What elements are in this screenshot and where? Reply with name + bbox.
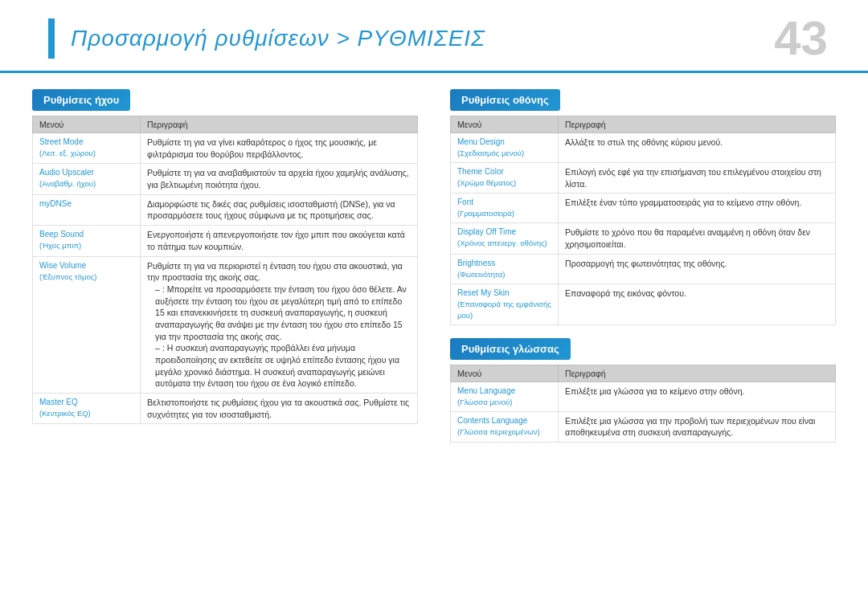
display-row: Font(Γραμματοσειρά)Επιλέξτε έναν τύπο γρ… — [451, 194, 836, 223]
language-menu-cell: Contents Language(Γλώσσα περιεχομένων) — [451, 411, 559, 442]
display-menu-sub: (Επαναφορά της εμφάνισής μου) — [457, 300, 551, 320]
display-menu-sub: (Φωτεινότητα) — [457, 270, 505, 279]
sound-col-desc: Περιγραφή — [141, 116, 418, 133]
language-col-desc: Περιγραφή — [559, 365, 836, 381]
sound-desc-cell: Ρυθμίστε τη για να περιοριστεί η ένταση … — [141, 256, 418, 394]
display-row: Theme Color(Χρώμα θέματος)Επιλογή ενός ε… — [451, 163, 836, 194]
language-section: Ρυθμίσεις γλώσσας Μενού Περιγραφή Menu L… — [450, 338, 836, 443]
display-desc-text: Επαναφορά της εικόνας φόντου. — [565, 288, 686, 298]
sound-menu-cell: Beep Sound(Ήχος μπιπ) — [33, 226, 141, 256]
sound-desc-text: Διαμορφώστε τις δικές σας ρυθμίσεις ισοσ… — [147, 199, 395, 221]
display-menu-link: Font — [457, 197, 551, 208]
sound-desc-cell: Ρυθμίστε τη για να αναβαθμιστούν τα αρχε… — [141, 164, 418, 194]
display-row: Reset My Skin(Επαναφορά της εμφάνισής μο… — [451, 284, 836, 324]
language-desc-text: Επιλέξτε μια γλώσσα για την προβολή των … — [565, 416, 815, 438]
language-menu-sub: (Γλώσσα μενού) — [457, 398, 512, 406]
language-menu-cell: Menu Language(Γλώσσα μενού) — [451, 381, 559, 411]
sound-menu-link: Wise Volume — [39, 260, 133, 271]
page-header: Προσαρμογή ρυθμίσεων > ΡΥΘΜΙΣΕΙΣ 43 — [0, 0, 868, 73]
display-desc-text: Προσαρμογή της φωτεινότητας της οθόνης. — [565, 259, 727, 268]
sound-row: Street Mode(Λειτ. εξ. χώρου)Ρυθμίστε τη … — [33, 133, 418, 164]
display-menu-link: Reset My Skin — [457, 288, 551, 299]
display-desc-cell: Επιλογή ενός εφέ για την επισήμανση του … — [559, 163, 836, 194]
sound-desc-cell: Ρυθμίστε τη για να γίνει καθαρότερος ο ή… — [141, 133, 418, 164]
sound-menu-sub: (Έξυπνος τόμος) — [39, 272, 96, 281]
display-desc-cell: Ρυθμίστε το χρόνο που θα παραμένει αναμμ… — [559, 223, 836, 254]
sound-row: Audio Upscaler(Αναβάθμ. ήχου)Ρυθμίστε τη… — [33, 164, 418, 194]
sound-desc-text: Ενεργοποιήστε ή απενεργοποιήστε τον ήχο … — [147, 230, 405, 251]
sound-menu-link: Master EQ — [39, 397, 133, 408]
display-table: Μενού Περιγραφή Menu Design(Σχεδιασμός μ… — [450, 116, 836, 325]
display-menu-cell: Display Off Time(Χρόνος απενεργ. οθόνης) — [451, 223, 559, 254]
sound-menu-link: Street Mode — [39, 137, 133, 148]
main-content: Ρυθμίσεις ήχου Μενού Περιγραφή Street Mo… — [0, 73, 868, 459]
display-section: Ρυθμίσεις οθόνης Μενού Περιγραφή Menu De… — [450, 89, 836, 325]
language-menu-link: Menu Language — [457, 386, 551, 397]
display-menu-link: Brightness — [457, 258, 551, 269]
page-title: Προσαρμογή ρυθμίσεων > ΡΥΘΜΙΣΕΙΣ — [71, 26, 485, 51]
sound-row: Master EQ(Κεντρικός EQ)Βελτιστοποιήστε τ… — [33, 394, 418, 424]
display-col-menu: Μενού — [451, 116, 559, 133]
display-row: Brightness(Φωτεινότητα)Προσαρμογή της φω… — [451, 254, 836, 284]
page-number: 43 — [774, 14, 828, 63]
display-menu-cell: Reset My Skin(Επαναφορά της εμφάνισής μο… — [451, 284, 559, 324]
sound-row: Beep Sound(Ήχος μπιπ)Ενεργοποιήστε ή απε… — [33, 226, 418, 256]
display-menu-link: Display Off Time — [457, 226, 551, 238]
display-menu-cell: Menu Design(Σχεδιασμός μενού) — [451, 133, 559, 163]
display-menu-link: Theme Color — [457, 166, 551, 177]
sound-menu-cell: Master EQ(Κεντρικός EQ) — [33, 394, 141, 424]
sound-bullet: : Η συσκευή αναπαραγωγής προβάλλει ένα μ… — [155, 342, 411, 390]
display-row: Menu Design(Σχεδιασμός μενού)Αλλάξτε το … — [451, 133, 836, 163]
sound-row: myDNSeΔιαμορφώστε τις δικές σας ρυθμίσει… — [33, 194, 418, 225]
sound-table: Μενού Περιγραφή Street Mode(Λειτ. εξ. χώ… — [32, 116, 418, 424]
language-col-menu: Μενού — [451, 365, 559, 381]
sound-desc-cell: Ενεργοποιήστε ή απενεργοποιήστε τον ήχο … — [141, 226, 418, 256]
sound-section-title: Ρυθμίσεις ήχου — [32, 89, 130, 111]
display-menu-sub: (Γραμματοσειρά) — [457, 209, 514, 218]
sound-desc-cell: Βελτιστοποιήστε τις ρυθμίσεις ήχου για τ… — [141, 394, 418, 424]
sound-desc-text: Βελτιστοποιήστε τις ρυθμίσεις ήχου για τ… — [147, 398, 409, 419]
display-section-title: Ρυθμίσεις οθόνης — [450, 89, 560, 111]
sound-menu-link: Audio Upscaler — [39, 167, 133, 178]
display-desc-cell: Προσαρμογή της φωτεινότητας της οθόνης. — [559, 254, 836, 284]
display-desc-cell: Επαναφορά της εικόνας φόντου. — [559, 284, 836, 324]
language-table: Μενού Περιγραφή Menu Language(Γλώσσα μεν… — [450, 365, 836, 443]
sound-menu-link: myDNSe — [39, 198, 133, 210]
sound-menu-sub: (Αναβάθμ. ήχου) — [39, 179, 96, 188]
display-menu-sub: (Χρώμα θέματος) — [457, 178, 516, 187]
sound-desc-text: Ρυθμίστε τη για να περιοριστεί η ένταση … — [147, 261, 403, 283]
display-menu-cell: Font(Γραμματοσειρά) — [451, 194, 559, 223]
language-menu-link: Contents Language — [457, 415, 551, 426]
sound-menu-sub: (Κεντρικός EQ) — [39, 409, 91, 418]
sound-col-menu: Μενού — [33, 116, 141, 133]
sound-desc-cell: Διαμορφώστε τις δικές σας ρυθμίσεις ισοσ… — [141, 194, 418, 225]
sound-section: Ρυθμίσεις ήχου Μενού Περιγραφή Street Mo… — [32, 89, 418, 443]
display-desc-text: Επιλέξτε έναν τύπο γραμματοσειράς για το… — [565, 198, 801, 207]
blue-bar-decoration — [48, 18, 55, 59]
display-menu-cell: Theme Color(Χρώμα θέματος) — [451, 163, 559, 194]
display-menu-sub: (Σχεδιασμός μενού) — [457, 149, 524, 157]
language-section-title: Ρυθμίσεις γλώσσας — [450, 338, 571, 360]
sound-row: Wise Volume(Έξυπνος τόμος)Ρυθμίστε τη γι… — [33, 256, 418, 394]
sound-menu-cell: Wise Volume(Έξυπνος τόμος) — [33, 256, 141, 394]
sound-menu-cell: Audio Upscaler(Αναβάθμ. ήχου) — [33, 164, 141, 194]
language-desc-text: Επιλέξτε μια γλώσσα για το κείμενο στην … — [565, 386, 744, 396]
display-menu-sub: (Χρόνος απενεργ. οθόνης) — [457, 239, 547, 247]
sound-menu-cell: myDNSe — [33, 194, 141, 225]
display-menu-cell: Brightness(Φωτεινότητα) — [451, 254, 559, 284]
right-sections: Ρυθμίσεις οθόνης Μενού Περιγραφή Menu De… — [450, 89, 836, 443]
language-row: Menu Language(Γλώσσα μενού)Επιλέξτε μια … — [451, 381, 836, 411]
sound-bullet: : Μπορείτε να προσαρμόσετε την ένταση το… — [155, 284, 411, 342]
sound-desc-text: Ρυθμίστε τη για να γίνει καθαρότερος ο ή… — [147, 137, 377, 159]
language-row: Contents Language(Γλώσσα περιεχομένων)Επ… — [451, 411, 836, 442]
sound-menu-link: Beep Sound — [39, 229, 133, 240]
display-desc-text: Αλλάξτε το στυλ της οθόνης κύριου μενού. — [565, 137, 723, 147]
display-menu-link: Menu Design — [457, 137, 551, 148]
display-desc-cell: Αλλάξτε το στυλ της οθόνης κύριου μενού. — [559, 133, 836, 163]
language-desc-cell: Επιλέξτε μια γλώσσα για την προβολή των … — [559, 411, 836, 442]
display-col-desc: Περιγραφή — [559, 116, 836, 133]
sound-menu-cell: Street Mode(Λειτ. εξ. χώρου) — [33, 133, 141, 164]
sound-desc-text: Ρυθμίστε τη για να αναβαθμιστούν τα αρχε… — [147, 168, 409, 190]
display-desc-cell: Επιλέξτε έναν τύπο γραμματοσειράς για το… — [559, 194, 836, 223]
language-menu-sub: (Γλώσσα περιεχομένων) — [457, 427, 540, 436]
